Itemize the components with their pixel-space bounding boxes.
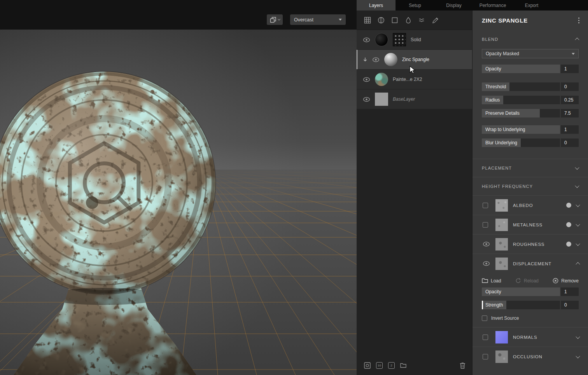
top-tab-bar: Layers Setup Display Performance Export [357,0,588,11]
displacement-expanded: Load Reload Remove Opacity 1 Strength [472,273,588,327]
tab-setup[interactable]: Setup [396,0,434,11]
circle-box-icon[interactable] [364,362,371,369]
albedo-checkbox[interactable] [483,203,488,208]
slider-label: Opacity [485,289,501,294]
tab-export[interactable]: Export [512,0,551,11]
placement-header: PLACEMENT [482,166,512,170]
reload-button[interactable]: Reload [515,278,539,284]
material-authoring-app: { "viewport": { "environment_value": "Ov… [0,0,588,375]
tab-performance[interactable]: Performance [473,0,512,11]
load-label: Load [491,278,501,284]
layer-row-solid[interactable]: Solid [357,30,472,49]
channel-label: ALBEDO [513,203,561,208]
visibility-eye-icon[interactable] [483,261,490,266]
channel-albedo[interactable]: ALBEDO [472,195,588,215]
clip-arrow-down-icon [363,57,368,62]
slider-displacement-opacity-track[interactable]: Opacity [482,287,560,296]
slider-blur-underlying-track[interactable]: Blur Underlying [482,138,560,147]
slider-label: Radius [485,97,500,103]
section-height-frequency[interactable]: HEIGHT FREQUENCY [472,177,588,195]
chevron-down-icon [576,354,580,358]
visibility-eye-icon[interactable] [363,77,370,82]
load-button[interactable]: Load [482,278,501,284]
badge-2-icon[interactable]: 2 [388,362,395,369]
chevron-down-icon [576,222,580,226]
section-placement[interactable]: PLACEMENT [472,159,588,177]
slider-threshold-value[interactable]: 0 [561,82,579,91]
solid-square-icon[interactable] [391,17,398,24]
slider-radius: Radius 0.25 [482,96,579,104]
layer-name: Painte...e 2X2 [393,77,422,82]
channel-normals[interactable]: NORMALS [472,327,588,347]
slider-label: Threshold [485,84,506,89]
visibility-eye-icon[interactable] [363,97,370,102]
layer-thumbnail [375,73,388,86]
badge-10-label: 10 [378,364,381,367]
layer-row-zinc-spangle[interactable]: Zinc Spangle [357,50,472,69]
viewport-3d[interactable]: Overcast [0,0,357,375]
properties-panel: ZINC SPANGLE BLEND Opacity Masked Opacit… [472,11,588,375]
badge-10-icon[interactable]: 10 [376,362,383,369]
chevron-up-icon [576,262,580,266]
environment-dropdown[interactable]: Overcast [290,14,346,25]
channel-displacement[interactable]: DISPLACEMENT [472,254,588,273]
blend-mode-dropdown[interactable]: Opacity Masked [482,49,579,58]
trash-icon[interactable] [460,362,466,369]
normals-checkbox[interactable] [483,335,488,340]
grid-icon[interactable] [364,17,371,24]
layer-row-painted[interactable]: Painte...e 2X2 [357,70,472,89]
solid-fill-indicator[interactable] [566,222,571,227]
slider-radius-value[interactable]: 0.25 [561,96,579,104]
remove-circle-icon [553,278,558,284]
slider-label: Opacity [485,66,501,72]
paint-sphere-icon[interactable] [378,17,385,24]
remove-button[interactable]: Remove [553,278,579,284]
slider-wrap-underlying-track[interactable]: Wrap to Underlying [482,125,560,134]
solid-fill-indicator[interactable] [566,203,571,208]
slider-threshold-track[interactable]: Threshold [482,82,560,91]
slider-preserve-details-track[interactable]: Preserve Details [482,109,560,117]
section-blend[interactable]: BLEND [472,30,588,48]
layer-row-baselayer[interactable]: BaseLayer [357,89,472,109]
metalness-checkbox[interactable] [483,222,488,228]
visibility-eye-icon[interactable] [372,57,380,62]
cube-icon [270,17,276,23]
properties-header: ZINC SPANGLE [472,11,588,30]
visibility-eye-icon[interactable] [483,242,490,247]
invert-source-checkbox[interactable] [482,315,487,321]
blend-mode-value: Opacity Masked [486,51,519,56]
slider-opacity-value[interactable]: 1 [561,65,579,73]
slider-displacement-opacity-value[interactable]: 1 [561,287,579,296]
slider-handle[interactable] [482,301,483,309]
channel-metalness[interactable]: METALNESS [472,215,588,234]
droplet-icon[interactable] [405,17,412,24]
kebab-menu-icon[interactable] [577,16,581,25]
slider-strength-track[interactable]: Strength [482,301,560,309]
slider-radius-track[interactable]: Radius [482,96,560,104]
blend-header: BLEND [482,37,498,42]
slider-strength-value[interactable]: 0 [561,301,579,309]
display-mode-button[interactable] [267,14,283,25]
channel-occlusion[interactable]: OCCLUSION [472,347,588,366]
layers-panel: Solid Zinc Spangle Painte...e 2X2 BaseL [357,11,472,375]
folder-icon[interactable] [400,363,406,368]
environment-value: Overcast [294,17,313,23]
slider-opacity: Opacity 1 [482,65,579,73]
albedo-thumbnail [495,199,508,212]
solid-fill-indicator[interactable] [566,242,571,247]
slider-blur-underlying-value[interactable]: 0 [561,138,579,147]
viewport-canvas [0,0,357,375]
tab-layers[interactable]: Layers [357,0,396,11]
slider-preserve-details-value[interactable]: 7.5 [561,109,579,117]
channel-label: DISPLACEMENT [513,261,571,266]
brush-icon[interactable] [432,17,439,24]
visibility-eye-icon[interactable] [363,37,370,42]
occlusion-checkbox[interactable] [483,354,488,359]
slider-wrap-underlying-value[interactable]: 1 [561,125,579,134]
channel-label: OCCLUSION [513,354,571,359]
channel-roughness[interactable]: ROUGHNESS [472,234,588,254]
waves-icon[interactable] [418,17,425,24]
tab-display[interactable]: Display [434,0,473,11]
slider-opacity-track[interactable]: Opacity [482,65,560,73]
invert-source-label: Invert Source [491,315,519,321]
